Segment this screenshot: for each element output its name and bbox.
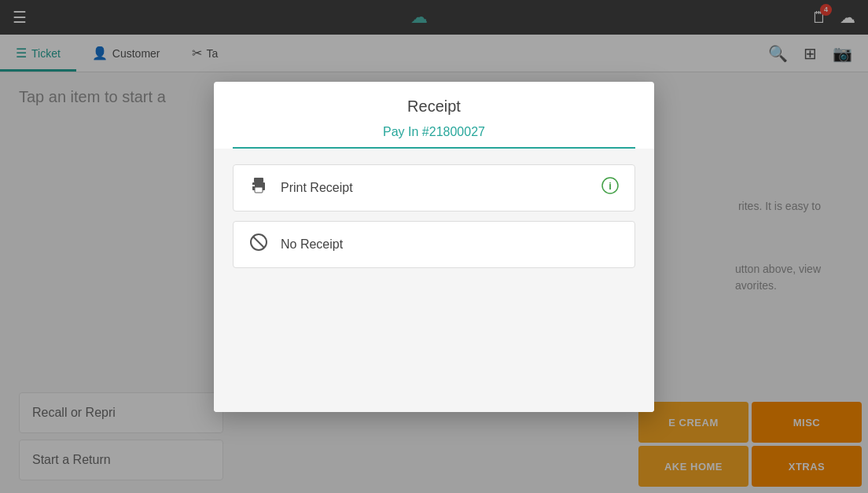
svg-rect-0 bbox=[254, 178, 263, 182]
svg-line-7 bbox=[253, 237, 264, 248]
modal-header: Receipt Pay In #21800027 bbox=[214, 82, 654, 149]
print-receipt-option[interactable]: Print Receipt i bbox=[233, 164, 635, 212]
svg-text:i: i bbox=[609, 180, 612, 192]
svg-rect-2 bbox=[255, 187, 263, 193]
receipt-modal: Receipt Pay In #21800027 Print Receipt bbox=[214, 82, 654, 412]
no-receipt-option[interactable]: No Receipt bbox=[233, 221, 635, 268]
modal-overlay[interactable]: Receipt Pay In #21800027 Print Receipt bbox=[0, 0, 868, 493]
modal-body: Print Receipt i No Receipt bbox=[214, 149, 654, 412]
svg-rect-3 bbox=[252, 185, 255, 186]
info-icon[interactable]: i bbox=[601, 177, 619, 198]
print-receipt-label: Print Receipt bbox=[281, 181, 589, 195]
modal-title: Receipt bbox=[233, 97, 635, 116]
no-receipt-icon bbox=[249, 233, 268, 256]
printer-icon bbox=[249, 176, 268, 200]
no-receipt-label: No Receipt bbox=[281, 237, 619, 252]
modal-pay-in-number: Pay In #21800027 bbox=[233, 125, 635, 149]
